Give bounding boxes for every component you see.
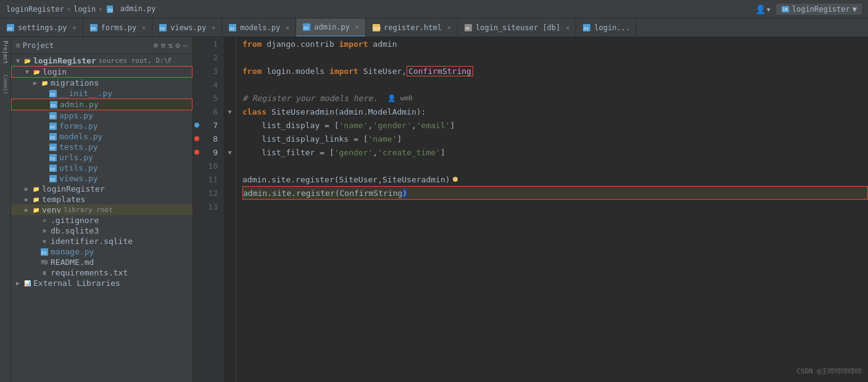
tree-item-gitignore[interactable]: ≡ .gitignore: [11, 215, 192, 226]
tab-login[interactable]: py login...: [576, 18, 637, 37]
side-icon-project[interactable]: Project: [1, 40, 10, 65]
tab-settings[interactable]: py settings.py ✕: [0, 18, 83, 37]
project-selector[interactable]: lR loginRegister ▼: [776, 4, 862, 15]
tree-item-views[interactable]: py views.py: [11, 173, 192, 184]
tree-item-urls[interactable]: py urls.py: [11, 152, 192, 163]
sync-icon[interactable]: ≡: [161, 41, 166, 50]
svg-text:py: py: [584, 26, 589, 31]
svg-text:py: py: [50, 114, 55, 119]
project-header: ⊞ Project ⊕ ≡ ⇅ ⚙ —: [11, 37, 192, 54]
fold-6[interactable]: ▼: [224, 105, 236, 118]
tree-arrow: ▼: [14, 57, 22, 64]
fold-9[interactable]: ▼: [224, 145, 236, 159]
line-num-6: 6: [193, 105, 224, 118]
tab-forms-icon: py: [89, 23, 98, 32]
code-lines[interactable]: from django.contrib import admin from lo…: [236, 37, 868, 382]
line-num-7: 7: [193, 118, 224, 132]
tree-item-loginregister-root[interactable]: ▼ 📂 loginRegister sources root, D:\F: [11, 55, 192, 66]
tree-item-apps[interactable]: py apps.py: [11, 110, 192, 121]
line-num-3: 3: [193, 64, 224, 78]
tab-forms[interactable]: py forms.py ✕: [83, 18, 153, 37]
utils-py-icon: py: [48, 164, 58, 173]
tree-item-templates[interactable]: ▶ 📁 templates: [11, 194, 192, 205]
tree-item-db-sqlite[interactable]: ≋ db.sqlite3: [11, 226, 192, 236]
tree-label-identifier: identifier.sqlite: [51, 237, 133, 246]
code-line-4: [242, 78, 868, 91]
sort-icon[interactable]: ⇅: [168, 41, 173, 50]
tree-item-venv[interactable]: ▶ 📁 venv library root: [11, 205, 192, 215]
tree-item-readme[interactable]: MD README.md: [11, 257, 192, 267]
tab-views-icon: py: [159, 23, 167, 32]
tree-item-external-libs[interactable]: ▶ 📊 External Libraries: [11, 278, 192, 288]
project-header-icons: ⊕ ≡ ⇅ ⚙ —: [154, 41, 188, 50]
tab-forms-close[interactable]: ✕: [142, 24, 146, 31]
add-icon[interactable]: ⊕: [154, 41, 159, 50]
tree-item-manage[interactable]: py manage.py: [11, 246, 192, 257]
fold-8: [224, 132, 236, 145]
tree-item-loginregister-sub[interactable]: ▶ 📁 loginRegister: [11, 184, 192, 194]
tab-db-icon: db: [464, 23, 473, 32]
tree-label-venv: venv: [42, 205, 61, 214]
line-num-5: 5: [193, 91, 224, 105]
svg-text:py: py: [7, 26, 12, 31]
side-icons: Project Commit: [0, 37, 11, 382]
tree-item-login-folder[interactable]: ▼ 📂 login: [11, 66, 192, 78]
tree-item-models[interactable]: py models.py: [11, 131, 192, 142]
views-py-icon: py: [48, 174, 58, 183]
git-icon: ≡: [39, 216, 49, 225]
tree-label-manage: manage.py: [51, 247, 94, 256]
tree-item-utils[interactable]: py utils.py: [11, 163, 192, 173]
settings-gear-icon[interactable]: ⚙: [175, 41, 180, 50]
tab-admin-close[interactable]: ✕: [355, 23, 359, 30]
tree-item-forms[interactable]: py forms.py: [11, 121, 192, 131]
editor-area: 1 2 3 4 5 6 7 8 9: [193, 37, 868, 382]
kw-import-1: import: [339, 39, 368, 49]
tab-db[interactable]: db login_siteuser [db] ✕: [458, 18, 576, 37]
tab-register[interactable]: html register.html ✕: [366, 18, 458, 37]
tree-arrow-migrations: ▶: [31, 79, 39, 86]
identifier-icon: ≋: [39, 237, 49, 246]
manage-py-icon: py: [39, 248, 49, 256]
tab-register-close[interactable]: ✕: [447, 24, 451, 31]
project-tree: ▼ 📂 loginRegister sources root, D:\F ▼ 📂…: [11, 54, 192, 382]
svg-text:py: py: [160, 26, 165, 31]
code-line-7: list_display = [ 'name' , 'gender' , 'em…: [242, 118, 868, 132]
admin-py-icon: py: [49, 100, 59, 109]
tree-item-requirements[interactable]: ≣ requirements.txt: [11, 267, 192, 278]
tree-label-urls: urls.py: [59, 153, 93, 162]
tab-views-close[interactable]: ✕: [212, 24, 215, 31]
tree-item-identifier[interactable]: ≋ identifier.sqlite: [11, 236, 192, 246]
side-icon-commit[interactable]: Commit: [1, 72, 10, 97]
breadcrumb-root[interactable]: loginRegister: [6, 5, 64, 14]
project-header-title: Project: [23, 41, 151, 50]
apps-py-icon: py: [48, 112, 58, 120]
tests-py-icon: py: [48, 143, 58, 152]
tree-arrow-loginregister: ▶: [22, 185, 31, 192]
tree-item-init[interactable]: py __init__.py: [11, 88, 192, 99]
tab-db-close[interactable]: ✕: [566, 24, 569, 31]
migrations-folder-icon: 📁: [39, 79, 49, 87]
tab-views[interactable]: py views.py ✕: [152, 18, 222, 37]
code-line-10: [242, 159, 868, 173]
fold-3: [224, 64, 236, 78]
tree-item-tests[interactable]: py tests.py: [11, 142, 192, 152]
line-num-4: 4: [193, 78, 224, 91]
code-container: 1 2 3 4 5 6 7 8 9: [193, 37, 868, 382]
urls-py-icon: py: [48, 153, 58, 162]
code-line-12: admin.site.register( ConfirmString ): [242, 186, 868, 200]
tree-item-migrations[interactable]: ▶ 📁 migrations: [11, 78, 192, 88]
breadcrumb-sep1: ›: [67, 5, 71, 14]
confirm-string-token: ConfirmString: [407, 66, 473, 76]
tab-models[interactable]: py models.py ✕: [222, 18, 296, 37]
tab-settings-close[interactable]: ✕: [72, 24, 76, 31]
tree-item-admin-py[interactable]: py admin.py: [11, 99, 192, 110]
breadcrumb-login[interactable]: login: [73, 5, 96, 14]
tab-admin[interactable]: py admin.py ✕: [296, 18, 366, 37]
tree-label-migrations: migrations: [51, 78, 99, 87]
svg-text:html: html: [373, 26, 381, 30]
folder-open-icon: 📂: [22, 57, 32, 65]
collapse-icon[interactable]: —: [183, 41, 188, 50]
line-num-11: 11: [193, 173, 224, 186]
user-icon[interactable]: 👤▾: [755, 4, 771, 14]
tab-models-close[interactable]: ✕: [286, 24, 289, 31]
